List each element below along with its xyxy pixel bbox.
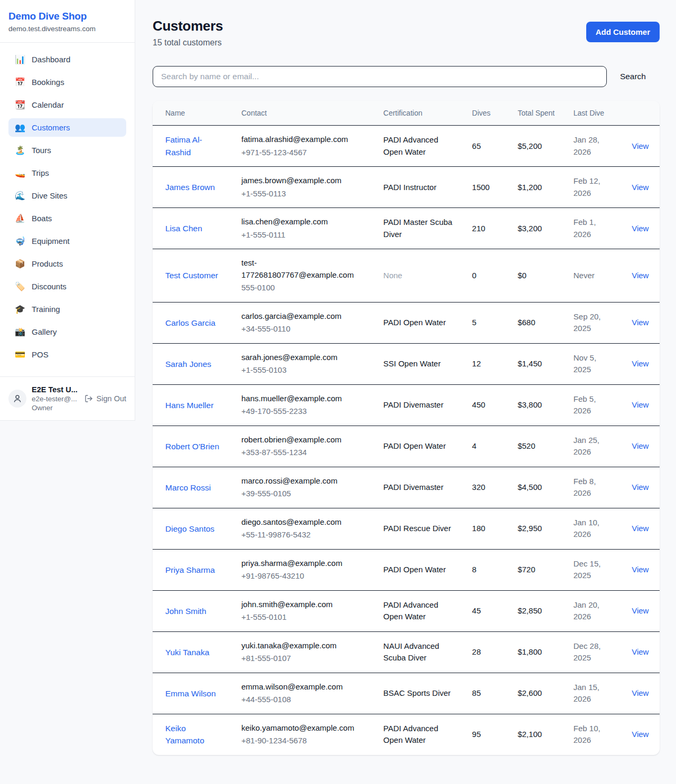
customer-email: robert.obrien@example.com bbox=[241, 434, 365, 446]
customers-table: Name Contact Certification Dives Total S… bbox=[153, 101, 660, 755]
customer-name-link[interactable]: Lisa Chen bbox=[165, 224, 202, 233]
customer-last-dive: Never bbox=[574, 271, 595, 280]
customer-certification: SSI Open Water bbox=[383, 359, 441, 368]
customer-certification: PADI Advanced Open Water bbox=[383, 600, 438, 621]
customer-name-link[interactable]: Hans Mueller bbox=[165, 401, 213, 410]
search-input[interactable] bbox=[153, 66, 607, 87]
sidebar-item-gallery[interactable]: 📸 Gallery bbox=[8, 323, 126, 341]
customer-name-link[interactable]: John Smith bbox=[165, 607, 206, 616]
view-link[interactable]: View bbox=[632, 183, 649, 192]
customer-certification: PADI Rescue Diver bbox=[383, 524, 451, 533]
customer-email: test-1772681807767@example.com bbox=[241, 257, 365, 281]
customer-certification: PADI Open Water bbox=[383, 565, 446, 574]
sign-out-button[interactable]: Sign Out bbox=[84, 394, 126, 403]
view-link[interactable]: View bbox=[632, 606, 649, 615]
view-link[interactable]: View bbox=[632, 441, 649, 450]
sidebar-item-equipment[interactable]: 🤿 Equipment bbox=[8, 232, 126, 250]
customer-name-link[interactable]: Emma Wilson bbox=[165, 689, 216, 698]
view-link[interactable]: View bbox=[632, 318, 649, 327]
sidebar-item-icon: 🏝️ bbox=[15, 145, 25, 155]
customer-total-spent: $520 bbox=[518, 441, 535, 450]
customer-email: john.smith@example.com bbox=[241, 599, 365, 611]
table-row: Priya Sharma priya.sharma@example.com +9… bbox=[153, 549, 660, 590]
sidebar-item-label: Discounts bbox=[32, 282, 67, 291]
sidebar-item-tours[interactable]: 🏝️ Tours bbox=[8, 141, 126, 159]
view-link[interactable]: View bbox=[632, 141, 649, 150]
view-link[interactable]: View bbox=[632, 271, 649, 280]
sidebar-item-label: Boats bbox=[32, 214, 52, 223]
customer-certification: PADI Instructor bbox=[383, 183, 437, 192]
sidebar-item-icon: 📦 bbox=[15, 259, 25, 269]
customer-last-dive: Dec 15, 2025 bbox=[574, 559, 601, 580]
table-row: Test Customer test-1772681807767@example… bbox=[153, 249, 660, 303]
app-root: Demo Dive Shop demo.test.divestreams.com… bbox=[0, 0, 676, 768]
customer-phone: 555-0100 bbox=[241, 282, 365, 294]
table-row: Diego Santos diego.santos@example.com +5… bbox=[153, 508, 660, 549]
customer-name-link[interactable]: Test Customer bbox=[165, 271, 218, 280]
sign-out-label: Sign Out bbox=[97, 394, 126, 403]
customer-total-spent: $680 bbox=[518, 318, 535, 327]
view-link[interactable]: View bbox=[632, 565, 649, 574]
customer-total-spent: $3,800 bbox=[518, 400, 542, 409]
view-link[interactable]: View bbox=[632, 359, 649, 368]
view-link[interactable]: View bbox=[632, 400, 649, 409]
sidebar-item-icon: 🤿 bbox=[15, 236, 25, 246]
sidebar-item-label: Tours bbox=[32, 146, 51, 155]
sidebar-item-dashboard[interactable]: 📊 Dashboard bbox=[8, 50, 126, 69]
sidebar-item-icon: 🌊 bbox=[15, 191, 25, 201]
table-row: Sarah Jones sarah.jones@example.com +1-5… bbox=[153, 343, 660, 384]
sidebar-item-trips[interactable]: 🚤 Trips bbox=[8, 164, 126, 182]
customer-name-link[interactable]: Priya Sharma bbox=[165, 565, 215, 574]
sidebar-item-calendar[interactable]: 📆 Calendar bbox=[8, 96, 126, 114]
customer-last-dive: Feb 10, 2026 bbox=[574, 724, 600, 745]
customer-last-dive: Dec 28, 2025 bbox=[574, 641, 601, 663]
column-header-total-spent: Total Spent bbox=[505, 101, 561, 126]
view-link[interactable]: View bbox=[632, 224, 649, 233]
sidebar-item-products[interactable]: 📦 Products bbox=[8, 254, 126, 273]
customer-name-link[interactable]: Keiko Yamamoto bbox=[165, 724, 204, 745]
customer-certification: PADI Advanced Open Water bbox=[383, 135, 438, 156]
customer-email: fatima.alrashid@example.com bbox=[241, 134, 365, 146]
customer-name-link[interactable]: Sarah Jones bbox=[165, 360, 211, 369]
customer-phone: +971-55-123-4567 bbox=[241, 147, 365, 159]
customer-name-link[interactable]: James Brown bbox=[165, 183, 215, 192]
customer-last-dive: Feb 1, 2026 bbox=[574, 218, 596, 239]
view-link[interactable]: View bbox=[632, 524, 649, 533]
search-button[interactable]: Search bbox=[607, 72, 660, 81]
column-header-name: Name bbox=[153, 101, 229, 126]
sidebar-item-icon: 🏷️ bbox=[15, 281, 25, 291]
user-name: E2E Test U... bbox=[32, 385, 78, 394]
add-customer-button[interactable]: Add Customer bbox=[586, 22, 660, 42]
customer-name-link[interactable]: Robert O'Brien bbox=[165, 442, 219, 451]
table-row: James Brown james.brown@example.com +1-5… bbox=[153, 167, 660, 208]
customer-phone: +91-98765-43210 bbox=[241, 570, 365, 582]
customer-last-dive: Jan 28, 2026 bbox=[574, 135, 599, 156]
view-link[interactable]: View bbox=[632, 483, 649, 492]
customer-name-link[interactable]: Yuki Tanaka bbox=[165, 648, 209, 657]
table-row: Robert O'Brien robert.obrien@example.com… bbox=[153, 426, 660, 467]
page-header: Customers 15 total customers Add Custome… bbox=[153, 18, 660, 48]
customer-last-dive: Nov 5, 2025 bbox=[574, 353, 596, 374]
page-title: Customers bbox=[153, 18, 223, 34]
sidebar-item-training[interactable]: 🎓 Training bbox=[8, 300, 126, 318]
sidebar-item-customers[interactable]: 👥 Customers bbox=[8, 118, 126, 137]
sidebar-item-discounts[interactable]: 🏷️ Discounts bbox=[8, 277, 126, 296]
customer-dives: 85 bbox=[472, 688, 481, 697]
sidebar-item-boats[interactable]: ⛵ Boats bbox=[8, 209, 126, 228]
customer-name-link[interactable]: Diego Santos bbox=[165, 524, 214, 533]
customer-dives: 5 bbox=[472, 318, 476, 327]
customer-name-link[interactable]: Marco Rossi bbox=[165, 483, 211, 492]
customer-phone: +1-555-0113 bbox=[241, 188, 365, 200]
view-link[interactable]: View bbox=[632, 647, 649, 656]
customer-name-link[interactable]: Fatima Al-Rashid bbox=[165, 135, 202, 157]
customer-certification: PADI Divemaster bbox=[383, 483, 444, 492]
customer-name-link[interactable]: Carlos Garcia bbox=[165, 318, 215, 327]
user-email: e2e-tester@... bbox=[32, 395, 78, 403]
sidebar-item-pos[interactable]: 💳 POS bbox=[8, 345, 126, 364]
sidebar-item-bookings[interactable]: 📅 Bookings bbox=[8, 73, 126, 91]
customer-last-dive: Feb 5, 2026 bbox=[574, 394, 596, 415]
sidebar-item-dive-sites[interactable]: 🌊 Dive Sites bbox=[8, 186, 126, 205]
view-link[interactable]: View bbox=[632, 688, 649, 697]
view-link[interactable]: View bbox=[632, 730, 649, 739]
customer-certification: PADI Open Water bbox=[383, 441, 446, 450]
